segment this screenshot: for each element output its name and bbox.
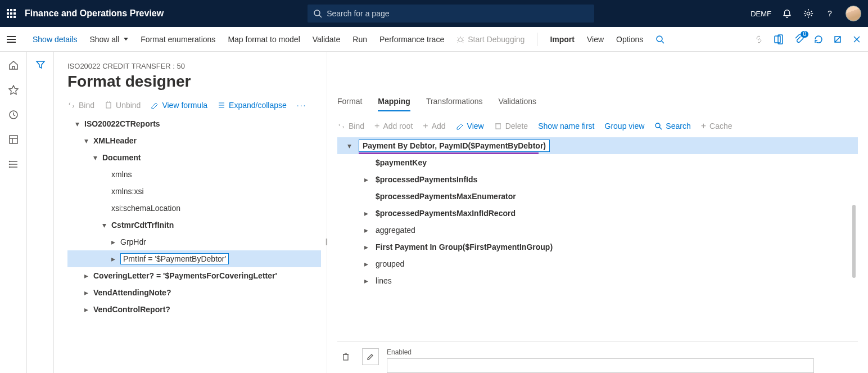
collapse-icon[interactable]: ▾ (73, 120, 81, 128)
bug-icon (456, 35, 464, 43)
attachments-badge: 0 (801, 31, 808, 38)
office-icon[interactable] (774, 34, 784, 44)
tree-node[interactable]: ▸GrpHdr (67, 233, 321, 250)
more-menu[interactable]: ··· (297, 101, 307, 110)
search-icon (313, 9, 322, 18)
tab-transformations[interactable]: Transformations (426, 97, 483, 111)
company-code[interactable]: DEMF (751, 10, 771, 18)
tree-node[interactable]: ▾ISO20022CTReports (67, 115, 321, 132)
tree-node[interactable]: xsi:schemaLocation (67, 200, 321, 217)
unbind-button: Unbind (105, 101, 141, 110)
collapse-icon[interactable]: ▾ (100, 221, 108, 229)
show-details-button[interactable]: Show details (33, 35, 77, 44)
tree-node[interactable]: xmlns (67, 166, 321, 183)
tree-node-selected[interactable]: ▸PmtInf = '$PaymentByDebtor' (67, 250, 321, 267)
tree-node[interactable]: ▸VendControlReport? (67, 301, 321, 318)
svg-line-1 (319, 15, 322, 17)
show-name-first-button[interactable]: Show name first (538, 122, 594, 131)
attachments-icon[interactable]: 0 (794, 34, 804, 44)
mapping-node[interactable]: ▸grouped (337, 255, 858, 272)
mapping-node[interactable]: $paymentKey (337, 154, 858, 171)
map-format-button[interactable]: Map format to model (228, 35, 300, 44)
pane-resize-handle[interactable]: || (326, 237, 327, 245)
expand-icon[interactable]: ▸ (109, 238, 117, 246)
gear-icon[interactable] (803, 8, 814, 19)
expand-icon[interactable]: ▸ (82, 272, 90, 280)
global-search-input[interactable]: Search for a page (308, 5, 594, 23)
help-icon[interactable]: ? (824, 8, 835, 19)
separator (537, 33, 537, 46)
detail-tabs: Format Mapping Transformations Validatio… (337, 97, 858, 111)
tab-mapping[interactable]: Mapping (378, 97, 410, 111)
expand-icon[interactable]: ▸ (109, 255, 117, 263)
enabled-label: Enabled (387, 348, 814, 356)
format-enumerations-button[interactable]: Format enumerations (141, 35, 215, 44)
refresh-icon[interactable] (814, 35, 823, 44)
performance-trace-button[interactable]: Performance trace (379, 35, 444, 44)
map-view-button[interactable]: View (456, 122, 484, 131)
group-view-button[interactable]: Group view (605, 122, 645, 131)
expand-icon[interactable]: ▸ (362, 226, 370, 234)
mapping-node[interactable]: ▸$processedPaymentsInfIds (337, 171, 858, 188)
filter-icon[interactable] (35, 60, 46, 373)
collapse-icon[interactable]: ▾ (345, 142, 353, 150)
tab-validations[interactable]: Validations (499, 97, 536, 111)
svg-line-29 (659, 127, 662, 129)
collapse-icon[interactable]: ▾ (82, 137, 90, 145)
expand-icon[interactable]: ▸ (362, 277, 370, 285)
run-button[interactable]: Run (352, 35, 367, 44)
expand-collapse-button[interactable]: Expand/collapse (218, 101, 287, 110)
collapse-icon[interactable]: ▾ (91, 154, 99, 161)
mapping-node[interactable]: ▸lines (337, 272, 858, 289)
hamburger-icon[interactable] (7, 36, 16, 43)
mapping-node[interactable]: ▸aggregated (337, 222, 858, 239)
recent-icon[interactable] (8, 109, 19, 120)
star-icon[interactable] (8, 84, 19, 96)
view-button[interactable]: View (587, 35, 604, 44)
page-title: Format designer (67, 73, 321, 91)
edit-formula-button[interactable] (362, 348, 379, 365)
options-button[interactable]: Options (616, 35, 643, 44)
mapping-node-selected[interactable]: ▾Payment By Debtor, PaymID($PaymentByDeb… (337, 137, 858, 154)
expand-icon[interactable]: ▸ (362, 176, 370, 183)
show-all-menu[interactable]: Show all (89, 35, 128, 44)
tree-node[interactable]: ▸CoveringLetter? = '$PaymentsForCovering… (67, 267, 321, 284)
svg-point-18 (9, 164, 10, 165)
svg-rect-6 (775, 36, 780, 43)
modules-icon[interactable] (8, 159, 19, 170)
tree-node[interactable]: ▸VendAttendingNote? (67, 284, 321, 301)
user-avatar[interactable] (846, 6, 861, 21)
filter-rail (27, 52, 54, 373)
validate-button[interactable]: Validate (313, 35, 341, 44)
mapping-node[interactable]: $processedPaymentsMaxEnumerator (337, 188, 858, 205)
enabled-input[interactable] (387, 358, 814, 373)
action-search-icon[interactable] (655, 35, 664, 44)
svg-point-0 (314, 10, 320, 16)
view-formula-button[interactable]: View formula (151, 101, 207, 110)
expand-icon[interactable]: ▸ (82, 289, 90, 296)
bell-icon[interactable] (781, 8, 793, 19)
scrollbar-thumb[interactable] (852, 205, 856, 278)
popout-icon[interactable] (833, 35, 842, 44)
expand-icon[interactable]: ▸ (362, 209, 370, 217)
expand-icon[interactable]: ▸ (82, 305, 90, 313)
expand-icon[interactable]: ▸ (362, 260, 370, 268)
import-button[interactable]: Import (550, 35, 575, 44)
delete-formula-button[interactable] (337, 348, 354, 365)
svg-point-28 (655, 123, 660, 128)
expand-icon[interactable]: ▸ (362, 243, 370, 251)
search-placeholder: Search for a page (327, 9, 389, 18)
workspace-icon[interactable] (8, 134, 19, 145)
mapping-node[interactable]: ▸$processedPaymentsMaxInfIdRecord (337, 205, 858, 222)
tree-node[interactable]: ▾CstmrCdtTrfInitn (67, 217, 321, 233)
tree-node[interactable]: ▾Document (67, 149, 321, 166)
svg-rect-11 (10, 136, 17, 143)
tab-format[interactable]: Format (337, 97, 362, 111)
app-launcher-icon[interactable] (7, 9, 16, 18)
home-icon[interactable] (8, 60, 19, 71)
tree-node[interactable]: xmlns:xsi (67, 183, 321, 200)
mapping-search-button[interactable]: Search (654, 122, 690, 131)
tree-node[interactable]: ▾XMLHeader (67, 132, 321, 149)
mapping-node[interactable]: ▸First Payment In Group($FirstPaymentInG… (337, 239, 858, 255)
close-icon[interactable] (852, 35, 861, 44)
